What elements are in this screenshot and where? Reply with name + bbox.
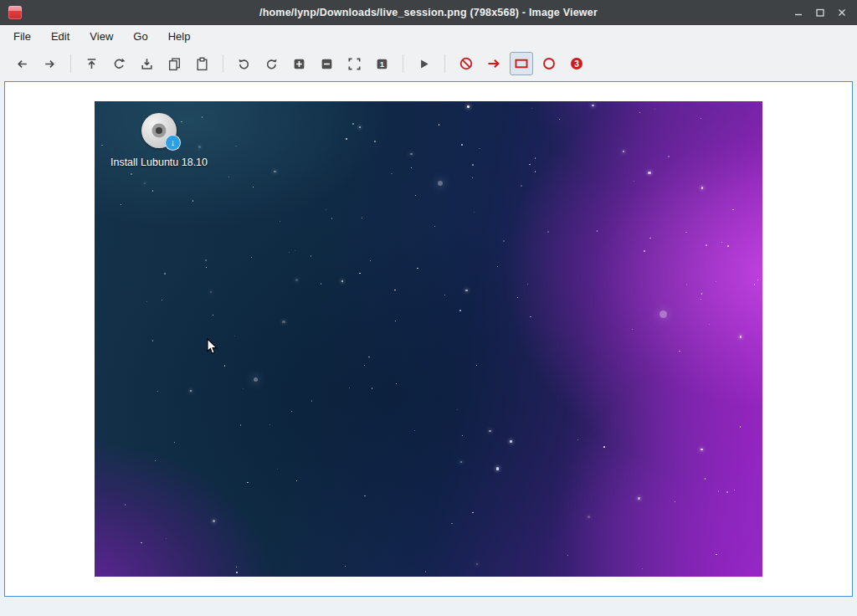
image-viewer-window: /home/lynp/Downloads/live_session.png (7… <box>0 0 857 616</box>
minimize-button[interactable] <box>792 6 805 19</box>
menu-help[interactable]: Help <box>158 25 201 48</box>
minimize-icon <box>793 8 803 18</box>
svg-text:3: 3 <box>574 59 579 69</box>
rotate-clockwise-icon <box>237 57 251 71</box>
no-annotation-icon <box>459 56 474 71</box>
toolbar-separator <box>444 54 445 73</box>
starfield <box>95 101 762 577</box>
fit-window-button[interactable] <box>343 52 367 75</box>
annotate-none-button[interactable] <box>454 52 478 75</box>
displayed-image: ↓ Install Lubuntu 18.10 <box>95 101 762 577</box>
rotate-clockwise-button[interactable] <box>233 52 256 75</box>
rectangle-annotation-icon <box>514 56 529 71</box>
back-icon <box>15 57 29 71</box>
toolbar-separator <box>70 54 71 73</box>
window-title: /home/lynp/Downloads/live_session.png (7… <box>0 7 857 18</box>
menu-edit[interactable]: Edit <box>41 25 80 48</box>
toolbar-separator <box>403 54 403 73</box>
install-lubuntu-desktop-icon: ↓ Install Lubuntu 18.10 <box>109 113 209 170</box>
save-button[interactable] <box>136 52 159 75</box>
menubar: File Edit View Go Help <box>0 25 857 48</box>
rotate-counterclockwise-button[interactable] <box>260 52 284 75</box>
mouse-cursor-icon <box>207 338 218 355</box>
zoom-out-button[interactable] <box>316 52 339 75</box>
zoom-out-icon <box>320 57 334 71</box>
back-button[interactable] <box>11 52 34 75</box>
zoom-in-button[interactable] <box>288 52 311 75</box>
open-up-icon <box>85 57 99 71</box>
window-controls <box>792 6 849 19</box>
toolbar-separator <box>223 54 223 73</box>
maximize-icon <box>815 8 825 18</box>
annotate-rectangle-button[interactable] <box>510 52 533 75</box>
annotate-circle-button[interactable] <box>537 52 561 75</box>
circle-annotation-icon <box>541 56 557 71</box>
close-button[interactable] <box>835 6 849 19</box>
cd-disc-icon: ↓ <box>141 113 177 148</box>
copy-icon <box>167 57 182 71</box>
toolbar: 1 3 <box>0 48 857 80</box>
rotate-counterclockwise-icon <box>264 57 279 71</box>
image-viewport[interactable]: ↓ Install Lubuntu 18.10 <box>4 81 853 597</box>
menu-view[interactable]: View <box>80 25 123 48</box>
menu-go[interactable]: Go <box>123 25 157 48</box>
paste-button[interactable] <box>191 52 214 75</box>
reload-button[interactable] <box>108 52 131 75</box>
titlebar[interactable]: /home/lynp/Downloads/live_session.png (7… <box>0 0 857 25</box>
play-icon <box>417 57 431 71</box>
fit-window-icon <box>347 57 362 71</box>
arrow-annotation-icon <box>486 56 501 71</box>
zoom-in-icon <box>292 57 306 71</box>
reload-icon <box>112 57 126 71</box>
save-icon <box>140 57 154 71</box>
menu-file[interactable]: File <box>3 25 41 48</box>
maximize-button[interactable] <box>813 6 827 19</box>
forward-icon <box>43 57 57 71</box>
annotate-number-button[interactable]: 3 <box>565 52 588 75</box>
annotate-arrow-button[interactable] <box>482 52 505 75</box>
svg-text:1: 1 <box>380 59 385 69</box>
app-icon[interactable] <box>8 6 22 19</box>
desktop-icon-label: Install Lubuntu 18.10 <box>109 156 209 170</box>
download-badge-icon: ↓ <box>165 135 181 151</box>
slideshow-play-button[interactable] <box>413 52 436 75</box>
number-annotation-icon: 3 <box>569 56 584 71</box>
original-size-button[interactable]: 1 <box>371 52 394 75</box>
copy-button[interactable] <box>163 52 187 75</box>
paste-icon <box>195 57 209 71</box>
forward-button[interactable] <box>38 52 62 75</box>
original-size-icon: 1 <box>375 57 389 71</box>
open-button[interactable] <box>80 52 104 75</box>
close-icon <box>837 8 847 18</box>
